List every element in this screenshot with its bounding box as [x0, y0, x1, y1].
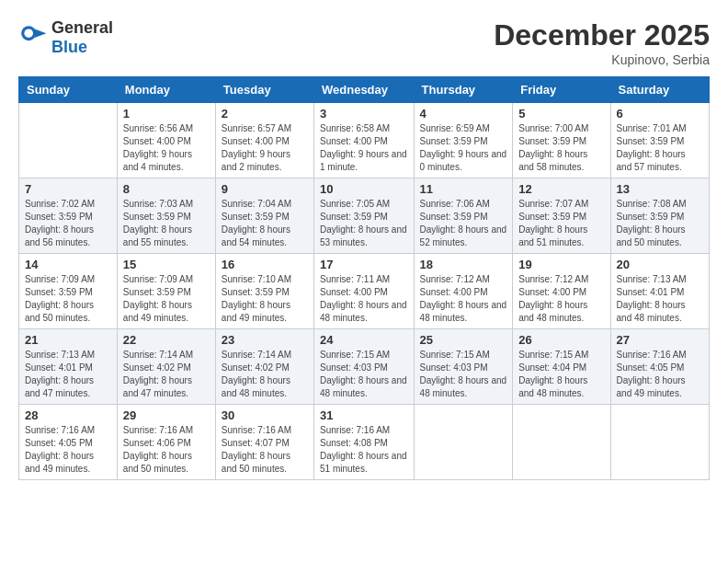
calendar-cell — [414, 405, 513, 480]
day-number: 16 — [222, 258, 308, 271]
calendar-cell: 19Sunrise: 7:12 AMSunset: 4:00 PMDayligh… — [513, 254, 610, 329]
day-info: Sunrise: 7:07 AMSunset: 3:59 PMDaylight:… — [518, 198, 604, 249]
day-info: Sunrise: 7:08 AMSunset: 3:59 PMDaylight:… — [617, 198, 703, 249]
day-info: Sunrise: 7:16 AMSunset: 4:05 PMDaylight:… — [617, 349, 703, 400]
day-number: 23 — [222, 333, 308, 347]
location: Kupinovo, Serbia — [494, 52, 710, 67]
day-number: 11 — [420, 182, 507, 196]
day-number: 18 — [420, 258, 507, 271]
day-number: 13 — [617, 182, 703, 196]
day-number: 27 — [617, 333, 703, 347]
logo: General Blue — [18, 18, 113, 57]
calendar-cell: 18Sunrise: 7:12 AMSunset: 4:00 PMDayligh… — [414, 254, 513, 329]
day-info: Sunrise: 7:03 AMSunset: 3:59 PMDaylight:… — [123, 198, 210, 249]
day-info: Sunrise: 7:11 AMSunset: 4:00 PMDaylight:… — [320, 273, 408, 325]
calendar-cell: 26Sunrise: 7:15 AMSunset: 4:04 PMDayligh… — [513, 329, 610, 405]
calendar-week-row: 14Sunrise: 7:09 AMSunset: 3:59 PMDayligh… — [19, 254, 710, 329]
svg-marker-2 — [35, 29, 47, 38]
day-number: 24 — [320, 333, 408, 347]
day-info: Sunrise: 7:02 AMSunset: 3:59 PMDaylight:… — [25, 198, 111, 249]
weekday-header: Monday — [117, 77, 215, 103]
calendar-cell: 24Sunrise: 7:15 AMSunset: 4:03 PMDayligh… — [314, 329, 415, 405]
calendar-cell: 28Sunrise: 7:16 AMSunset: 4:05 PMDayligh… — [19, 405, 118, 480]
day-info: Sunrise: 7:12 AMSunset: 4:00 PMDaylight:… — [518, 273, 604, 325]
day-number: 28 — [25, 408, 111, 422]
calendar-cell: 17Sunrise: 7:11 AMSunset: 4:00 PMDayligh… — [314, 254, 415, 329]
logo-icon — [18, 23, 48, 52]
weekday-header: Saturday — [610, 77, 709, 103]
day-number: 4 — [420, 107, 507, 121]
calendar-header-row: SundayMondayTuesdayWednesdayThursdayFrid… — [19, 77, 710, 103]
calendar-cell — [19, 103, 118, 178]
day-number: 19 — [518, 258, 604, 271]
calendar-cell: 21Sunrise: 7:13 AMSunset: 4:01 PMDayligh… — [19, 329, 118, 405]
calendar-cell: 6Sunrise: 7:01 AMSunset: 3:59 PMDaylight… — [610, 103, 709, 178]
weekday-header: Thursday — [414, 77, 513, 103]
day-number: 15 — [123, 258, 210, 271]
day-number: 8 — [123, 182, 210, 196]
calendar-cell: 20Sunrise: 7:13 AMSunset: 4:01 PMDayligh… — [610, 254, 709, 329]
calendar-cell: 12Sunrise: 7:07 AMSunset: 3:59 PMDayligh… — [513, 178, 610, 254]
day-info: Sunrise: 7:15 AMSunset: 4:03 PMDaylight:… — [320, 349, 408, 400]
day-number: 25 — [420, 333, 507, 347]
day-info: Sunrise: 6:59 AMSunset: 3:59 PMDaylight:… — [420, 122, 507, 174]
calendar-cell: 13Sunrise: 7:08 AMSunset: 3:59 PMDayligh… — [610, 178, 709, 254]
day-number: 30 — [222, 408, 308, 422]
day-info: Sunrise: 7:12 AMSunset: 4:00 PMDaylight:… — [420, 273, 507, 325]
calendar-cell — [513, 405, 610, 480]
day-info: Sunrise: 7:09 AMSunset: 3:59 PMDaylight:… — [123, 273, 210, 325]
logo-blue: Blue — [51, 38, 113, 57]
calendar-cell: 15Sunrise: 7:09 AMSunset: 3:59 PMDayligh… — [117, 254, 215, 329]
weekday-header: Tuesday — [215, 77, 313, 103]
calendar-cell: 31Sunrise: 7:16 AMSunset: 4:08 PMDayligh… — [314, 405, 415, 480]
day-info: Sunrise: 7:16 AMSunset: 4:05 PMDaylight:… — [25, 424, 111, 476]
calendar-cell: 30Sunrise: 7:16 AMSunset: 4:07 PMDayligh… — [215, 405, 313, 480]
calendar-week-row: 28Sunrise: 7:16 AMSunset: 4:05 PMDayligh… — [19, 405, 710, 480]
day-number: 31 — [320, 408, 408, 422]
calendar-cell: 2Sunrise: 6:57 AMSunset: 4:00 PMDaylight… — [215, 103, 313, 178]
calendar-cell: 11Sunrise: 7:06 AMSunset: 3:59 PMDayligh… — [414, 178, 513, 254]
day-number: 20 — [617, 258, 703, 271]
day-number: 26 — [518, 333, 604, 347]
calendar-cell: 3Sunrise: 6:58 AMSunset: 4:00 PMDaylight… — [314, 103, 415, 178]
day-info: Sunrise: 7:15 AMSunset: 4:04 PMDaylight:… — [518, 349, 604, 400]
calendar-week-row: 1Sunrise: 6:56 AMSunset: 4:00 PMDaylight… — [19, 103, 710, 178]
title-block: December 2025 Kupinovo, Serbia — [494, 18, 710, 67]
day-info: Sunrise: 7:16 AMSunset: 4:08 PMDaylight:… — [320, 424, 408, 476]
day-info: Sunrise: 7:10 AMSunset: 3:59 PMDaylight:… — [222, 273, 308, 325]
day-number: 17 — [320, 258, 408, 271]
calendar-cell: 1Sunrise: 6:56 AMSunset: 4:00 PMDaylight… — [117, 103, 215, 178]
month-title: December 2025 — [494, 18, 710, 52]
day-number: 7 — [25, 182, 111, 196]
day-number: 2 — [222, 107, 308, 121]
day-info: Sunrise: 7:01 AMSunset: 3:59 PMDaylight:… — [617, 122, 703, 174]
day-number: 22 — [123, 333, 210, 347]
day-info: Sunrise: 7:14 AMSunset: 4:02 PMDaylight:… — [222, 349, 308, 400]
day-number: 1 — [123, 107, 210, 121]
calendar-cell — [610, 405, 709, 480]
day-number: 10 — [320, 182, 408, 196]
day-info: Sunrise: 7:13 AMSunset: 4:01 PMDaylight:… — [617, 273, 703, 325]
day-info: Sunrise: 6:56 AMSunset: 4:00 PMDaylight:… — [123, 122, 210, 174]
calendar-cell: 5Sunrise: 7:00 AMSunset: 3:59 PMDaylight… — [513, 103, 610, 178]
logo-text: General Blue — [51, 18, 113, 57]
calendar-cell: 27Sunrise: 7:16 AMSunset: 4:05 PMDayligh… — [610, 329, 709, 405]
weekday-header: Wednesday — [314, 77, 415, 103]
day-info: Sunrise: 6:57 AMSunset: 4:00 PMDaylight:… — [222, 122, 308, 174]
day-info: Sunrise: 7:06 AMSunset: 3:59 PMDaylight:… — [420, 198, 507, 249]
calendar-cell: 29Sunrise: 7:16 AMSunset: 4:06 PMDayligh… — [117, 405, 215, 480]
logo-general: General — [51, 18, 113, 38]
day-number: 29 — [123, 408, 210, 422]
page-header: General Blue December 2025 Kupinovo, Ser… — [18, 18, 710, 67]
calendar-cell: 25Sunrise: 7:15 AMSunset: 4:03 PMDayligh… — [414, 329, 513, 405]
day-number: 3 — [320, 107, 408, 121]
weekday-header: Sunday — [19, 77, 118, 103]
svg-point-1 — [24, 29, 33, 38]
day-number: 9 — [222, 182, 308, 196]
day-info: Sunrise: 7:00 AMSunset: 3:59 PMDaylight:… — [518, 122, 604, 174]
day-info: Sunrise: 7:04 AMSunset: 3:59 PMDaylight:… — [222, 198, 308, 249]
day-info: Sunrise: 7:09 AMSunset: 3:59 PMDaylight:… — [25, 273, 111, 325]
calendar-cell: 16Sunrise: 7:10 AMSunset: 3:59 PMDayligh… — [215, 254, 313, 329]
calendar-week-row: 21Sunrise: 7:13 AMSunset: 4:01 PMDayligh… — [19, 329, 710, 405]
day-info: Sunrise: 7:16 AMSunset: 4:06 PMDaylight:… — [123, 424, 210, 476]
